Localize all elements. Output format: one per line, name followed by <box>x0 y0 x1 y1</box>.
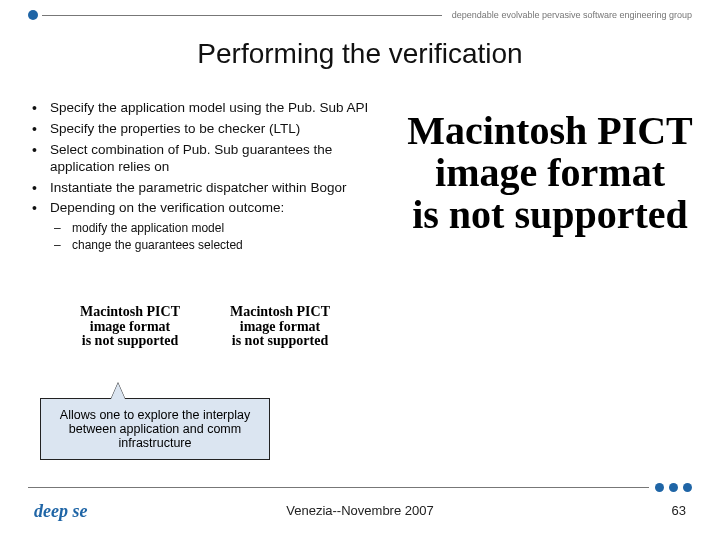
page-number: 63 <box>672 503 686 518</box>
pict-line: Macintosh PICT <box>210 305 350 320</box>
pict-line: is not supported <box>210 334 350 349</box>
sub-bullet-list: modify the application model change the … <box>54 221 378 253</box>
sub-bullet-item: modify the application model <box>54 221 378 236</box>
dot-icon <box>655 483 664 492</box>
header-rule: dependable evolvable pervasive software … <box>28 10 692 20</box>
dot-icon <box>669 483 678 492</box>
pict-line: image format <box>210 320 350 335</box>
pict-line: image format <box>60 320 200 335</box>
bullet-item: Specify the properties to be checker (LT… <box>28 121 378 138</box>
bullet-item: Instantiate the parametric dispatcher wi… <box>28 180 378 197</box>
pict-line: is not supported <box>60 334 200 349</box>
dot-icon <box>683 483 692 492</box>
group-tagline: dependable evolvable pervasive software … <box>452 10 692 20</box>
callout-box: Allows one to explore the interplay betw… <box>40 398 270 460</box>
bullet-item: Depending on the verification outcome: <box>28 200 378 217</box>
footer-venue: Venezia--Novembre 2007 <box>0 503 720 518</box>
pict-line: is not supported <box>400 194 700 236</box>
bullet-list: Specify the application model using the … <box>28 100 378 255</box>
pict-placeholder-small: Macintosh PICT image format is not suppo… <box>60 305 200 349</box>
pict-line: Macintosh PICT <box>60 305 200 320</box>
footer-dots <box>655 483 692 492</box>
slide-title: Performing the verification <box>0 38 720 70</box>
header-dot <box>28 10 38 20</box>
pict-placeholder-large: Macintosh PICT image format is not suppo… <box>400 110 700 236</box>
pict-line: Macintosh PICT <box>400 110 700 152</box>
bullet-item: Select combination of Pub. Sub guarantee… <box>28 142 378 176</box>
footer-separator <box>28 487 649 488</box>
callout-text: Allows one to explore the interplay betw… <box>49 408 261 450</box>
pict-line: image format <box>400 152 700 194</box>
header-separator <box>42 15 442 16</box>
pict-placeholder-small: Macintosh PICT image format is not suppo… <box>210 305 350 349</box>
footer-rule <box>28 483 692 492</box>
sub-bullet-item: change the guarantees selected <box>54 238 378 253</box>
bullet-item: Specify the application model using the … <box>28 100 378 117</box>
